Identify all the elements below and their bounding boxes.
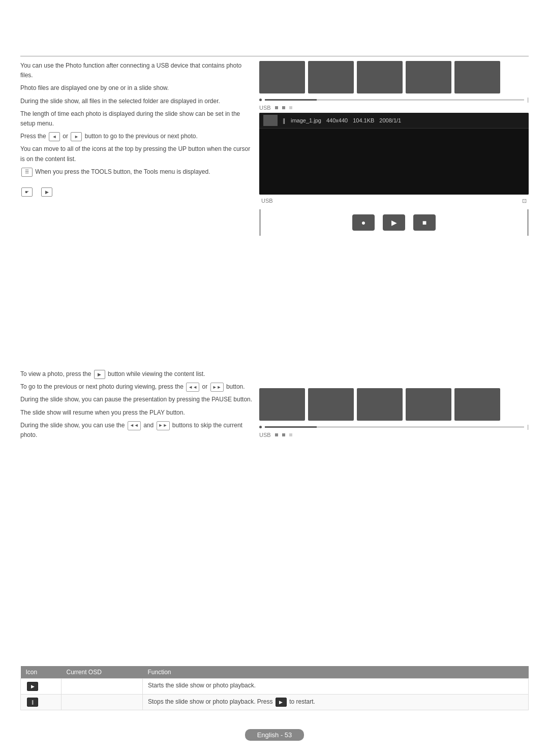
progress-row-2: | <box>259 424 529 430</box>
play-small-icon: ▶ <box>41 187 52 197</box>
col-function-header: Function <box>143 666 529 679</box>
para3: During the slide show, all files in the … <box>20 97 254 106</box>
s2-para5: During the slide show, you can use the ◄… <box>20 421 254 440</box>
s2-para2: To go to the previous or next photo duri… <box>20 382 254 392</box>
thumb-3 <box>357 61 403 93</box>
record-button[interactable]: ● <box>352 214 375 231</box>
play-icon-inline2: ▶ <box>276 698 287 707</box>
footer-badge: English - 53 <box>245 729 304 741</box>
row1-osd <box>62 679 143 695</box>
thumb2-1 <box>259 388 305 421</box>
file-thumbnail <box>263 115 278 126</box>
thumb-1 <box>259 61 305 93</box>
usb-bottom-label: USB <box>261 198 273 204</box>
stop-button[interactable]: ■ <box>413 214 436 231</box>
ff-icon2: ►► <box>157 421 170 430</box>
s2-para3: During the slide show, you can pause the… <box>20 395 254 404</box>
table-row: ‖ Stops the slide show or photo playback… <box>21 695 529 710</box>
thumbnail-strip-2 <box>259 388 529 421</box>
playback-controls: ● ▶ ■ <box>259 209 529 236</box>
bottom-table: Icon Current OSD Function ▶ Starts the s… <box>20 666 529 710</box>
footer: English - 53 <box>0 729 549 741</box>
dot-sq2-1 <box>275 433 278 436</box>
thumb2-4 <box>406 388 451 421</box>
s2-para1: To view a photo, press the ▶ button whil… <box>20 369 254 379</box>
table-row: ▶ Starts the slide show or photo playbac… <box>21 679 529 695</box>
play-button[interactable]: ▶ <box>383 214 405 231</box>
progress-bar-2 <box>265 426 524 428</box>
progress-fill <box>265 99 317 101</box>
usb-bottom-bar: USB ⊡ <box>259 197 529 205</box>
section2-text: To view a photo, press the ▶ button whil… <box>20 369 254 440</box>
thumbnail-strip <box>259 61 529 93</box>
row1-function: Starts the slide show or photo playback. <box>143 679 529 695</box>
progress-fill-2 <box>265 426 317 428</box>
file-panel-body <box>259 129 529 195</box>
prev-arrow-icon: ◄ <box>49 132 60 141</box>
filedate: 2008/1/1 <box>379 117 401 123</box>
thumb2-3 <box>357 388 403 421</box>
right-column: | USB ‖ image_1.jpg 440x440 104.1KB 2008… <box>259 61 529 440</box>
progress-bar <box>265 99 524 101</box>
col-icon-header: Icon <box>21 666 62 679</box>
usb-label: USB <box>259 105 271 111</box>
pause-indicator: ‖ <box>283 117 286 124</box>
progress-separator: | <box>527 97 529 103</box>
row2-function: Stops the slide show or photo playback. … <box>143 695 529 710</box>
progress-dot <box>259 99 262 101</box>
section1-text: You can use the Photo function after con… <box>20 61 254 197</box>
left-column: You can use the Photo function after con… <box>20 61 254 443</box>
ff-icon: ►► <box>210 383 224 392</box>
thumb-4 <box>406 61 451 93</box>
progress-dot-2 <box>259 426 262 428</box>
row2-osd <box>62 695 143 710</box>
para7: ☰ When you press the TOOLS button, the T… <box>20 167 254 177</box>
usb-label-row-2: USB <box>259 432 529 438</box>
para4: The length of time each photo is display… <box>20 109 254 129</box>
dot-sq2-3 <box>289 433 292 436</box>
filename: image_1.jpg <box>291 117 321 123</box>
tools-icon: ☰ <box>21 168 33 177</box>
para5: Press the ◄ or ► button to go to the pre… <box>20 132 254 141</box>
progress-row: | <box>259 97 529 103</box>
thumb-5 <box>454 61 500 93</box>
para1: You can use the Photo function after con… <box>20 61 254 80</box>
thumb2-2 <box>308 388 354 421</box>
dot-sq-2 <box>282 106 285 109</box>
s2-para4: The slide show will resume when you pres… <box>20 408 254 418</box>
next-arrow-icon: ► <box>71 132 82 141</box>
row1-icon: ▶ <box>21 679 62 695</box>
dot-sq2-2 <box>282 433 285 436</box>
thumb2-5 <box>454 388 500 421</box>
play-icon-inline: ▶ <box>94 370 105 379</box>
progress-separator-2: | <box>527 424 529 430</box>
play-icon-table: ▶ <box>27 682 38 691</box>
dot-sq-3 <box>289 106 292 109</box>
rw-icon2: ◄◄ <box>128 421 141 430</box>
usb-label-2: USB <box>259 432 271 438</box>
row2-icon: ‖ <box>21 695 62 710</box>
thumb-2 <box>308 61 354 93</box>
dimensions: 440x440 <box>326 117 348 123</box>
rewind-icon: ◄◄ <box>186 383 199 392</box>
hand-icon: ☛ <box>21 187 33 197</box>
para6: You can move to all of the icons at the … <box>20 144 254 164</box>
col-osd-header: Current OSD <box>62 666 143 679</box>
dot-sq-1 <box>275 106 278 109</box>
top-rule <box>20 56 529 56</box>
file-panel-header: ‖ image_1.jpg 440x440 104.1KB 2008/1/1 <box>259 113 529 129</box>
para2: Photo files are displayed one by one or … <box>20 83 254 93</box>
pause-icon-table: ‖ <box>27 698 38 707</box>
filesize: 104.1KB <box>353 117 374 123</box>
para8: ☛ ▶ <box>20 187 254 197</box>
bottom-bar-icon: ⊡ <box>522 198 527 204</box>
file-panel: ‖ image_1.jpg 440x440 104.1KB 2008/1/1 <box>259 113 529 195</box>
usb-label-row: USB <box>259 105 529 111</box>
